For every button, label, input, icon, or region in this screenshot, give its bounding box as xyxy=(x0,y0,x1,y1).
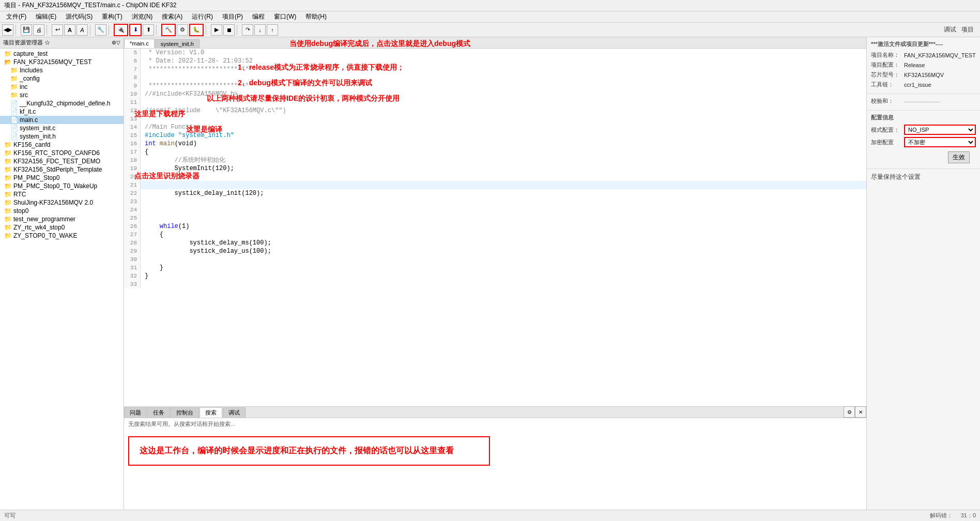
menu-source[interactable]: 源代码(S) xyxy=(62,11,97,22)
code-line-21: 21 xyxy=(124,181,866,189)
tree-item-inc[interactable]: 📁 inc xyxy=(0,83,124,91)
tree-item-system-init-c[interactable]: 📄 system_init.c xyxy=(0,124,124,132)
menu-edit[interactable]: 编辑(E) xyxy=(32,11,60,22)
bottom-panel-close-btn[interactable]: ✕ xyxy=(855,406,866,418)
menu-refactor[interactable]: 重构(T) xyxy=(98,11,126,22)
project-tree[interactable]: 📁 capture_test 📂 FAN_KF32A156MQV_TEST 📁 … xyxy=(0,49,124,510)
text-a2-btn[interactable]: A xyxy=(76,24,88,36)
file-icon-define: 📄 xyxy=(10,100,18,107)
code-line-14: 14 //Main Function xyxy=(124,123,866,131)
upload-btn[interactable]: ⬆ xyxy=(143,24,154,36)
tree-item-includes[interactable]: 📁 Includes xyxy=(0,66,124,74)
save-btn[interactable]: 💾 xyxy=(21,24,32,36)
folder-icon-std: 📁 xyxy=(4,166,12,173)
menu-help[interactable]: 帮助(H) xyxy=(301,11,331,22)
menu-run[interactable]: 运行(R) xyxy=(188,11,217,22)
tree-item-shuijing[interactable]: 📁 ShuiJing-KF32A156MQV 2.0 xyxy=(0,198,124,207)
tree-item-define-h[interactable]: 📄 __Kungfu32_chipmodel_define.h xyxy=(0,99,124,108)
step-into-btn[interactable]: ↓ xyxy=(254,24,266,36)
run-btn[interactable]: ▶ xyxy=(211,24,222,36)
bottom-panel: 问题 任务 控制台 搜索 调试 ⚙ ✕ 无搜索结果可用。从搜索对话框开始搜索..… xyxy=(124,406,866,510)
code-line-28: 28 systick_delay_ms(100); xyxy=(124,239,866,247)
menu-browse[interactable]: 浏览(N) xyxy=(128,11,157,22)
folder-icon-config: 📁 xyxy=(10,75,18,82)
tree-item-stop0[interactable]: 📁 stop0 xyxy=(0,207,124,215)
identify-programmer-btn[interactable]: 🔌 xyxy=(114,24,128,36)
code-line-10: 10 //#include<KF32A156MQV.h> xyxy=(124,90,866,98)
tab-debug-console[interactable]: 调试 xyxy=(223,407,246,418)
right-panel: ***激活文件或项目更新***---- 项目名称： FAN_KF32A156MQ… xyxy=(866,37,980,510)
tree-item-zy-rtc[interactable]: 📁 ZY_rtc_wk4_stop0 xyxy=(0,223,124,232)
menu-file[interactable]: 文件(F) xyxy=(2,11,30,22)
tree-item-kf156-canfd[interactable]: 📁 KF156_canfd xyxy=(0,141,124,149)
tab-problems[interactable]: 问题 xyxy=(124,407,147,418)
tree-item-kf-it-c[interactable]: 📄 kf_it.c xyxy=(0,108,124,116)
build-btn[interactable]: ⚙ xyxy=(177,24,188,36)
tree-item-kf32-std[interactable]: 📁 KF32A156_StdPeriph_Template xyxy=(0,165,124,174)
code-line-23: 23 xyxy=(124,197,866,206)
tab-tasks[interactable]: 任务 xyxy=(147,407,170,418)
tree-item-test-new[interactable]: 📁 test_new_programmer xyxy=(0,215,124,223)
tree-item-src[interactable]: 📁 src xyxy=(0,91,124,99)
workbench-annotation-text: 这边是工作台，编译的时候会显示进度和正在执行的文件，报错的话也可以从这里查看 xyxy=(140,446,454,455)
stop-btn[interactable]: ⏹ xyxy=(223,24,235,36)
debug-btn[interactable]: 🐛 xyxy=(189,24,204,36)
tree-label: capture_test xyxy=(13,50,48,57)
tree-item-fan-root[interactable]: 📂 FAN_KF32A156MQV_TEST xyxy=(0,58,124,66)
tab-main-c[interactable]: *main.c xyxy=(124,39,155,48)
settings-btn[interactable]: 🔧 xyxy=(95,24,106,36)
folder-icon-shuijing: 📁 xyxy=(4,199,12,206)
tree-item-main-c[interactable]: 📄 main.c xyxy=(0,116,124,124)
tree-item-kf32-fdc[interactable]: 📁 KF32A156_FDC_TEST_DEMO xyxy=(0,157,124,165)
tree-label: kf_it.c xyxy=(20,108,36,115)
tree-item-capture_test[interactable]: 📁 capture_test xyxy=(0,50,124,58)
undo-btn[interactable]: ↩ xyxy=(52,24,63,36)
code-line-27: 27 { xyxy=(124,231,866,239)
mode-config-select[interactable]: NO_ISP xyxy=(904,125,976,135)
tree-label: Includes xyxy=(20,67,43,74)
tree-item-kf156-rtc[interactable]: 📁 KF156_RTC_STOP0_CANFD6 xyxy=(0,149,124,157)
tree-item-pm-wake[interactable]: 📁 PM_PMC_Stop0_T0_WakeUp xyxy=(0,182,124,190)
tab-search[interactable]: 搜索 xyxy=(200,407,222,418)
tree-label: RTC xyxy=(13,191,26,198)
tree-item-zy-stop0[interactable]: 📁 ZY_STOP0_T0_WAKE xyxy=(0,232,124,240)
mode-config-label: 模式配置： xyxy=(871,126,902,134)
folder-icon-src: 📁 xyxy=(10,91,18,99)
code-line-25: 25 xyxy=(124,214,866,222)
encrypt-select[interactable]: 不加密 xyxy=(904,137,976,147)
compile-btn[interactable]: 🔨 xyxy=(161,24,176,36)
folder-icon-kf156: 📁 xyxy=(4,141,12,148)
download-btn[interactable]: ⬇ xyxy=(129,24,142,36)
status-writable: 可写 xyxy=(4,512,16,519)
generate-btn[interactable]: 生效 xyxy=(948,151,970,163)
tree-label: test_new_programmer xyxy=(13,216,75,223)
tree-item-pm-stop0[interactable]: 📁 PM_PMC_Stop0 xyxy=(0,174,124,182)
menu-project[interactable]: 项目(P) xyxy=(218,11,247,22)
project-config-value: Release xyxy=(904,62,925,68)
project-config-label: 项目配置： xyxy=(871,61,902,69)
activate-title: ***激活文件或项目更新***---- xyxy=(871,40,976,48)
step-out-btn[interactable]: ↑ xyxy=(267,24,278,36)
tree-item-system-init-h[interactable]: 📄 system_init.h xyxy=(0,132,124,141)
bottom-panel-menu-btn[interactable]: ⚙ xyxy=(844,406,855,418)
back-forward-btn[interactable]: ◀▶ xyxy=(2,24,13,36)
file-icon-sysinith: 📄 xyxy=(10,133,18,140)
file-icon-main: 📄 xyxy=(10,116,18,124)
tree-item-config[interactable]: 📁 _config xyxy=(0,74,124,83)
menu-window[interactable]: 窗口(W) xyxy=(270,11,300,22)
tree-label: ShuiJing-KF32A156MQV 2.0 xyxy=(13,199,93,206)
step-over-btn[interactable]: ↷ xyxy=(242,24,253,36)
tree-label: __Kungfu32_chipmodel_define.h xyxy=(20,100,110,107)
mode-config-row: 模式配置： NO_ISP xyxy=(871,125,976,135)
code-editor[interactable]: 5 * Version: V1.0 6 * Date: 2022-11-28- … xyxy=(124,49,866,406)
sep1 xyxy=(16,25,19,35)
text-a-btn[interactable]: A xyxy=(64,24,75,36)
code-line-11: 11 xyxy=(124,98,866,106)
file-icon-sysinit: 📄 xyxy=(10,125,18,132)
menu-search[interactable]: 搜索(A) xyxy=(158,11,187,22)
tab-console[interactable]: 控制台 xyxy=(171,407,199,418)
menu-program[interactable]: 编程 xyxy=(248,11,269,22)
tree-item-rtc[interactable]: 📁 RTC xyxy=(0,190,124,198)
tab-system-init-h[interactable]: system_init.h xyxy=(155,39,200,48)
print-btn[interactable]: 🖨 xyxy=(33,24,44,36)
